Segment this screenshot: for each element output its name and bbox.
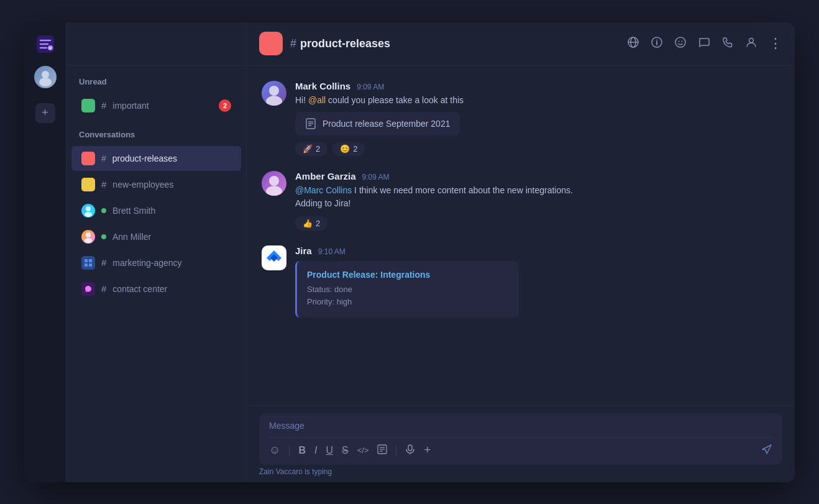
message-row-amber: Amber Garzia 9:09 AM @Marc Collins I thi… [262, 171, 780, 231]
user-avatar[interactable] [34, 66, 57, 88]
svg-point-5 [85, 212, 92, 217]
phone-icon[interactable] [721, 36, 734, 52]
svg-rect-34 [408, 445, 412, 451]
reaction-smile[interactable]: 😊2 [332, 142, 365, 156]
info-icon[interactable] [651, 36, 663, 52]
plus-toolbar-icon[interactable]: + [424, 444, 431, 457]
message-time-amber: 9:09 AM [362, 173, 390, 181]
message-input-area: Message ☺ B I U S </> [247, 405, 795, 482]
sidebar-item-ann-miller[interactable]: Ann Miller [71, 224, 241, 249]
emoji-toolbar-icon[interactable]: ☺ [269, 444, 280, 457]
channel-name-brett: Brett Smith [112, 206, 155, 216]
product-releases-icon [81, 152, 95, 165]
strikethrough-icon[interactable]: S [342, 445, 349, 456]
conversations-section-label: Conversations [66, 119, 246, 145]
message-sender-jira: Jira [295, 245, 312, 256]
hash-icon-cc: # [101, 283, 106, 294]
channel-title-text: product-releases [300, 37, 390, 50]
attachment-title: Product release September 2021 [323, 119, 450, 129]
unread-badge: 2 [219, 99, 231, 112]
emoji-icon[interactable] [674, 36, 687, 52]
message-header: Mark Collins 9:09 AM [295, 81, 780, 91]
svg-point-6 [86, 232, 91, 237]
hash-icon-pr: # [101, 153, 106, 163]
underline-icon[interactable]: U [326, 445, 333, 456]
mark-avatar [262, 81, 286, 106]
hash-prefix: # [290, 37, 296, 50]
message-placeholder[interactable]: Message [269, 421, 772, 438]
amber-avatar [262, 171, 286, 196]
sidebar-item-product-releases[interactable]: # product-releases [71, 146, 241, 171]
person-icon[interactable] [745, 36, 757, 52]
globe-icon[interactable] [627, 36, 639, 52]
svg-point-2 [42, 71, 49, 78]
svg-point-3 [39, 78, 52, 86]
jira-avatar [262, 245, 286, 270]
svg-point-7 [85, 238, 92, 243]
app-logo [34, 32, 57, 56]
channel-name-ma: marketing-agency [112, 258, 181, 268]
sidebar-item-brett-smith[interactable]: Brett Smith [71, 198, 241, 223]
app-container: + Unread # important 2 Conversations # p… [24, 22, 795, 482]
code-icon[interactable]: </> [357, 446, 369, 455]
online-indicator-ann [101, 234, 106, 239]
mention-marc: @Marc Collins [295, 185, 352, 195]
italic-icon[interactable]: I [314, 445, 317, 456]
jira-card-title[interactable]: Product Release: Integrations [307, 270, 509, 280]
sidebar-item-contact-center[interactable]: # contact center [71, 277, 241, 301]
svg-point-22 [269, 86, 279, 96]
attachment-card[interactable]: Product release September 2021 [295, 112, 460, 135]
svg-rect-11 [89, 263, 92, 267]
message-input-box[interactable]: Message ☺ B I U S </> [259, 413, 782, 465]
svg-rect-8 [85, 259, 88, 262]
channel-name-ann: Ann Miller [112, 232, 151, 242]
channel-name-cc: contact center [112, 284, 167, 294]
sidebar-item-important[interactable]: # important 2 [71, 93, 241, 118]
channel-sidebar: Unread # important 2 Conversations # pro… [66, 22, 247, 482]
svg-point-21 [749, 38, 754, 42]
channel-name-ne: new-employees [112, 180, 173, 190]
svg-point-17 [656, 39, 657, 40]
message-row: Mark Collins 9:09 AM Hi! @all could you … [262, 81, 780, 156]
sidebar-header [66, 22, 246, 66]
mic-icon[interactable] [405, 444, 415, 457]
icon-sidebar: + [24, 22, 66, 482]
svg-point-19 [679, 40, 680, 42]
input-toolbar: ☺ B I U S </> [269, 444, 772, 457]
channel-name-pr: product-releases [112, 153, 177, 163]
bold-icon[interactable]: B [298, 445, 306, 456]
message-content: Mark Collins 9:09 AM Hi! @all could you … [295, 81, 780, 156]
reaction-rocket[interactable]: 🚀2 [295, 142, 327, 156]
chat-title: # product-releases [290, 37, 390, 50]
svg-point-29 [266, 186, 282, 196]
svg-point-18 [675, 37, 685, 47]
reactions: 🚀2 😊2 [295, 142, 780, 156]
chat-main: # product-releases [247, 22, 795, 482]
contact-icon [81, 282, 95, 296]
online-indicator [101, 208, 106, 213]
brett-avatar [81, 204, 95, 218]
messages-area: Mark Collins 9:09 AM Hi! @all could you … [247, 66, 795, 405]
more-icon[interactable]: ⋮ [769, 37, 782, 50]
reaction-count-thumbs: 2 [316, 219, 320, 228]
add-button[interactable]: + [35, 103, 55, 123]
chat-icon[interactable] [698, 36, 710, 52]
marketing-icon [81, 256, 95, 270]
send-button[interactable] [761, 444, 772, 457]
link-icon[interactable] [377, 444, 387, 457]
hash-icon-ma: # [101, 257, 106, 268]
toolbar-divider-2 [396, 445, 396, 456]
channel-name-important: important [112, 101, 149, 111]
svg-point-23 [266, 96, 282, 106]
sidebar-item-new-employees[interactable]: # new-employees [71, 172, 241, 197]
message-text: Hi! @all could you please take a look at… [295, 94, 780, 107]
channel-color-indicator [259, 32, 283, 55]
reaction-thumbs[interactable]: 👍2 [295, 216, 327, 231]
message-time-jira: 9:10 AM [318, 247, 345, 256]
message-header-jira: Jira 9:10 AM [295, 245, 780, 256]
jira-card: Product Release: Integrations Status: do… [295, 261, 519, 318]
chat-header: # product-releases [247, 22, 795, 66]
sidebar-item-marketing-agency[interactable]: # marketing-agency [71, 250, 241, 275]
header-actions: ⋮ [627, 36, 782, 52]
important-icon [81, 99, 95, 112]
